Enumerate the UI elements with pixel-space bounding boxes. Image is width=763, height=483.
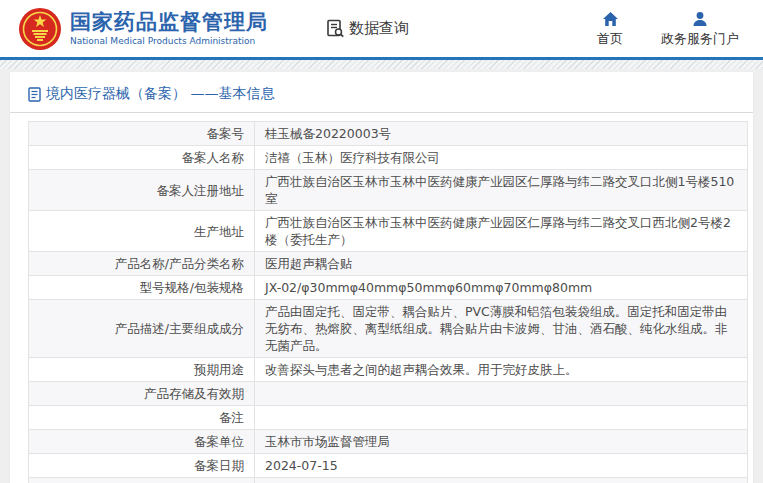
home-icon (602, 9, 619, 27)
page-title-text: 境内医疗器械（备案） ——基本信息 (46, 85, 274, 103)
nav-portal-label: 政务服务门户 (661, 30, 739, 48)
table-row: 产品存储及有效期 (29, 382, 748, 406)
user-icon (692, 9, 708, 27)
row-label: 型号规格/包装规格 (29, 276, 255, 300)
row-label: 备案单位 (29, 430, 255, 454)
row-value: 医用超声耦合贴 (255, 252, 748, 276)
info-table: 备案号桂玉械备20220003号备案人名称洁禧（玉林）医疗科技有限公司备案人注册… (28, 121, 748, 483)
nav-item-service-portal[interactable]: 政务服务门户 (661, 9, 739, 48)
site-header: 国家药品监督管理局 National Medical Products Admi… (0, 0, 763, 60)
row-label: 备案日期 (29, 454, 255, 478)
table-row: 型号规格/包装规格JX-02/φ30mmφ40mmφ50mmφ60mmφ70mm… (29, 276, 748, 300)
data-query-label: 数据查询 (349, 19, 409, 38)
row-label: 备案号 (29, 122, 255, 146)
org-name-en: National Medical Products Administration (70, 37, 268, 47)
row-value: 2024-07-15 (255, 454, 748, 478)
table-row: 产品名称/产品分类名称医用超声耦合贴 (29, 252, 748, 276)
data-query-nav[interactable]: 数据查询 (326, 19, 409, 38)
table-row: 变更情况2024年07月15日 备案人生产地址由 “广西壮族自治区玉林市玉林中医… (29, 478, 748, 483)
row-value: 洁禧（玉林）医疗科技有限公司 (255, 146, 748, 170)
content-card: 境内医疗器械（备案） ——基本信息 备案号桂玉械备20220003号备案人名称洁… (10, 72, 753, 483)
row-label: 备注 (29, 406, 255, 430)
table-row: 备注 (29, 406, 748, 430)
nav-item-home[interactable]: 首页 (597, 9, 623, 48)
row-label: 备案人注册地址 (29, 170, 255, 211)
row-label: 产品描述/主要组成成分 (29, 300, 255, 358)
table-row: 预期用途改善探头与患者之间的超声耦合效果。用于完好皮肤上。 (29, 358, 748, 382)
document-search-icon (326, 19, 345, 38)
table-row: 备案日期2024-07-15 (29, 454, 748, 478)
row-value: 产品由固定托、固定带、耦合贴片、PVC薄膜和铝箔包装袋组成。固定托和固定带由无纺… (255, 300, 748, 358)
table-row: 备案号桂玉械备20220003号 (29, 122, 748, 146)
page-title: 境内医疗器械（备案） ——基本信息 (10, 72, 753, 112)
row-value: 2024年07月15日 备案人生产地址由 “广西壮族自治区玉林市玉林中医药健康产… (255, 478, 748, 483)
row-value: JX-02/φ30mmφ40mmφ50mmφ60mmφ70mmφ80mm (255, 276, 748, 300)
page: 国家药品监督管理局 National Medical Products Admi… (0, 0, 763, 483)
divider (10, 112, 753, 113)
table-row: 生产地址广西壮族自治区玉林市玉林中医药健康产业园区仁厚路与纬二路交叉口西北侧2号… (29, 211, 748, 252)
row-label: 变更情况 (29, 478, 255, 483)
org-name-zh: 国家药品监督管理局 (70, 11, 268, 34)
row-value (255, 406, 748, 430)
row-label: 生产地址 (29, 211, 255, 252)
row-value: 玉林市市场监督管理局 (255, 430, 748, 454)
nmpa-logo[interactable]: 国家药品监督管理局 National Medical Products Admi… (18, 7, 268, 51)
row-label: 产品名称/产品分类名称 (29, 252, 255, 276)
nav-home-label: 首页 (597, 30, 623, 48)
org-names: 国家药品监督管理局 National Medical Products Admi… (70, 11, 268, 47)
row-value: 桂玉械备20220003号 (255, 122, 748, 146)
row-label: 产品存储及有效期 (29, 382, 255, 406)
row-label: 备案人名称 (29, 146, 255, 170)
top-nav: 首页 政务服务门户 (559, 9, 739, 48)
national-emblem-icon (18, 7, 62, 51)
document-icon (28, 87, 41, 102)
table-row: 备案单位玉林市市场监督管理局 (29, 430, 748, 454)
row-value (255, 382, 748, 406)
hatch-strip (0, 60, 763, 69)
table-row: 备案人注册地址广西壮族自治区玉林市玉林中医药健康产业园区仁厚路与纬二路交叉口北侧… (29, 170, 748, 211)
row-value: 改善探头与患者之间的超声耦合效果。用于完好皮肤上。 (255, 358, 748, 382)
info-table-body: 备案号桂玉械备20220003号备案人名称洁禧（玉林）医疗科技有限公司备案人注册… (29, 122, 748, 483)
row-value: 广西壮族自治区玉林市玉林中医药健康产业园区仁厚路与纬二路交叉口北侧1号楼510室 (255, 170, 748, 211)
table-row: 产品描述/主要组成成分产品由固定托、固定带、耦合贴片、PVC薄膜和铝箔包装袋组成… (29, 300, 748, 358)
row-value: 广西壮族自治区玉林市玉林中医药健康产业园区仁厚路与纬二路交叉口西北侧2号楼2楼（… (255, 211, 748, 252)
table-row: 备案人名称洁禧（玉林）医疗科技有限公司 (29, 146, 748, 170)
row-label: 预期用途 (29, 358, 255, 382)
